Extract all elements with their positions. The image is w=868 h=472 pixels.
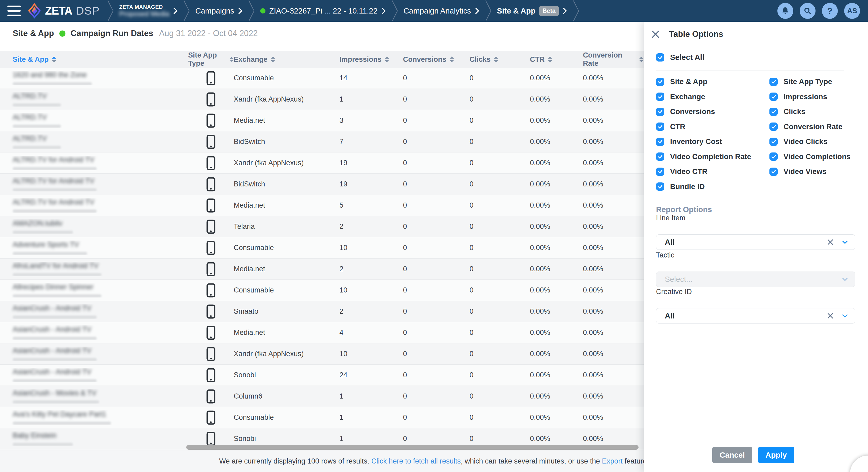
select-all-row[interactable]: Select All	[656, 53, 704, 62]
ctr-value: 0.00%	[530, 116, 583, 125]
checkbox-checked[interactable]	[769, 78, 778, 86]
column-header-impressions[interactable]: Impressions	[339, 55, 403, 64]
table-row[interactable]: AsianCrush - Android TVSonobi24000.00%0.…	[0, 364, 644, 386]
breadcrumb-item-2[interactable]: ZIAO-32267_Pi ... 22 - 10.11.22	[255, 7, 391, 16]
table-row[interactable]: ALTRD.TVXandr (fka AppNexus)1000.00%0.00…	[0, 89, 644, 110]
page-header: Site & App Campaign Run Dates Aug 31 202…	[13, 29, 258, 38]
checkbox-checked[interactable]	[656, 152, 664, 161]
table-row[interactable]: AsianCrush - Android TVXandr (fka AppNex…	[0, 344, 644, 364]
column-toggle-video-completions[interactable]: Video Completions	[769, 152, 858, 161]
creative-id-clear-button[interactable]	[827, 312, 834, 320]
tactic-select[interactable]: Select...	[656, 271, 855, 287]
table-row[interactable]: Adventure Sports TVConsumable10000.00%0.…	[0, 237, 644, 259]
checkbox-checked[interactable]	[769, 168, 778, 176]
column-toggle-exchange[interactable]: Exchange	[656, 92, 769, 101]
table-row[interactable]: ALTRD.TV for Android TVMedia.net5000.00%…	[0, 195, 644, 216]
notifications-button[interactable]	[777, 3, 793, 19]
check-icon	[657, 139, 663, 145]
export-link[interactable]: Export	[602, 457, 623, 465]
close-panel-button[interactable]	[650, 28, 661, 40]
select-all-checkbox[interactable]	[656, 53, 664, 61]
hamburger-menu-icon[interactable]	[7, 6, 21, 16]
checkbox-checked[interactable]	[656, 182, 664, 191]
checkbox-checked[interactable]	[769, 92, 778, 101]
column-toggle-site-app-type[interactable]: Site App Type	[769, 78, 858, 86]
cancel-button[interactable]: Cancel	[712, 447, 752, 463]
creative-id-select[interactable]: All	[656, 308, 855, 324]
breadcrumb-item-3[interactable]: Campaign Analytics	[399, 7, 484, 16]
table-row[interactable]: 1620 and 980 the ZoneConsumable14000.00%…	[0, 68, 644, 89]
column-toggle-bundle-id[interactable]: Bundle ID	[656, 182, 769, 191]
clicks-value: 0	[469, 435, 530, 443]
breadcrumb-item-1[interactable]: Campaigns	[190, 7, 247, 16]
table-row[interactable]: ALTRD.TV for Android TVXandr (fka AppNex…	[0, 152, 644, 174]
chat-launcher-button[interactable]	[850, 455, 868, 472]
column-toggle-video-ctr[interactable]: Video CTR	[656, 167, 769, 176]
table-row[interactable]: ALTRD.TV for Android TVBidSwitch19000.00…	[0, 174, 644, 195]
line-item-select[interactable]: All	[656, 234, 855, 250]
search-button[interactable]	[800, 3, 815, 19]
checkbox-checked[interactable]	[769, 108, 778, 116]
column-header-site-app-type[interactable]: Site App Type	[188, 51, 234, 68]
help-button[interactable]: ?	[822, 3, 838, 19]
impressions-value: 5	[339, 201, 403, 209]
creative-id-dropdown-toggle[interactable]	[841, 312, 849, 320]
checkbox-checked[interactable]	[769, 122, 778, 131]
checkbox-checked[interactable]	[769, 152, 778, 161]
mobile-device-icon	[206, 304, 216, 319]
column-toggle-site-app[interactable]: Site & App	[656, 78, 769, 86]
exchange-value: Consumable	[234, 244, 339, 252]
column-header-clicks[interactable]: Clicks	[469, 55, 530, 64]
column-toggle-inventory-cost[interactable]: Inventory Cost	[656, 137, 769, 146]
ctr-value: 0.00%	[530, 435, 583, 443]
impressions-value: 14	[339, 74, 403, 82]
line-item-clear-button[interactable]	[827, 238, 834, 246]
table-row[interactable]: AsianCrush - Movies & TVColumn61000.00%0…	[0, 386, 644, 407]
column-toggle-conversions[interactable]: Conversions	[656, 108, 769, 116]
column-toggle-clicks[interactable]: Clicks	[769, 108, 858, 116]
breadcrumb-label: ZIAO-32267_Pi ... 22 - 10.11.22	[269, 7, 378, 16]
ctr-value: 0.00%	[530, 223, 583, 231]
checkbox-checked[interactable]	[656, 168, 664, 176]
column-header-conversion-rate[interactable]: Conversion Rate	[583, 51, 644, 68]
column-header-site-app[interactable]: Site & App	[13, 55, 188, 64]
table-row[interactable]: Ava's Kitty Pet Daycare Part1Consumable1…	[0, 407, 644, 428]
column-toggle-video-views[interactable]: Video Views	[769, 167, 858, 176]
table-row[interactable]: ALTRD.TVMedia.net3000.00%0.00%	[0, 110, 644, 131]
horizontal-scrollbar-thumb[interactable]	[186, 445, 639, 450]
table-row[interactable]: AMAZON.tubitvTelaria2000.00%0.00%	[0, 216, 644, 237]
site-app-subline	[13, 209, 97, 213]
column-toggle-ctr[interactable]: CTR	[656, 122, 769, 131]
column-toggle-conversion-rate[interactable]: Conversion Rate	[769, 122, 858, 131]
creative-id-value: All	[665, 312, 675, 320]
column-toggle-video-completion-rate[interactable]: Video Completion Rate	[656, 152, 769, 161]
line-item-dropdown-toggle[interactable]	[841, 238, 849, 246]
user-avatar[interactable]: AS	[844, 3, 860, 19]
column-toggle-video-clicks[interactable]: Video Clicks	[769, 137, 858, 146]
column-toggle-impressions[interactable]: Impressions	[769, 92, 858, 101]
checkbox-checked[interactable]	[656, 138, 664, 146]
table-row[interactable]: AsianCrush - Android TVSmaato2000.00%0.0…	[0, 301, 644, 322]
table-options-panel: Table Options Select All Site & AppSite …	[644, 22, 868, 472]
zeta-diamond-icon	[28, 3, 41, 19]
checkbox-checked[interactable]	[656, 108, 664, 116]
table-row[interactable]: AfroLandTV for Android TVMedia.net2000.0…	[0, 259, 644, 280]
brand-logo[interactable]: ZETA DSP	[28, 3, 100, 19]
table-row[interactable]: AsianCrush - Android TVMedia.net4000.00%…	[0, 322, 644, 344]
breadcrumb-item-0[interactable]: ZETA MANAGEDProposed Media	[115, 4, 183, 18]
checkbox-checked[interactable]	[656, 78, 664, 86]
exchange-value: Media.net	[234, 265, 339, 273]
checkbox-checked[interactable]	[656, 122, 664, 131]
column-header-conversions[interactable]: Conversions	[403, 55, 469, 64]
table-row[interactable]: Allrecipes Dinner SpinnerConsumable10000…	[0, 280, 644, 301]
fetch-all-link[interactable]: Click here to fetch all results	[371, 457, 461, 465]
column-header-exchange[interactable]: Exchange	[234, 55, 339, 64]
checkbox-checked[interactable]	[769, 138, 778, 146]
apply-button[interactable]: Apply	[758, 447, 794, 463]
conversions-value: 0	[403, 392, 469, 401]
table-row[interactable]: ALTRD.TVBidSwitch7000.00%0.00%	[0, 131, 644, 152]
checkbox-checked[interactable]	[656, 92, 664, 101]
column-header-ctr[interactable]: CTR	[530, 55, 583, 64]
breadcrumb-item-4[interactable]: Site & AppBeta	[492, 6, 572, 16]
clear-x-icon	[827, 312, 834, 320]
